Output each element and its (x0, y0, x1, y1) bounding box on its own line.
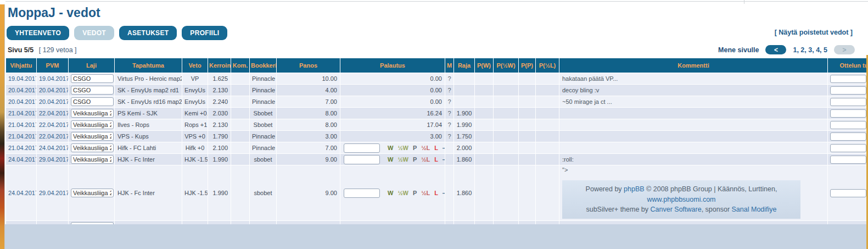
next-page-button[interactable]: > (834, 45, 855, 54)
col-header-p_half_l[interactable]: P(½L) (536, 58, 559, 73)
col-header-panos[interactable]: Panos (277, 58, 340, 73)
phpbb-link[interactable]: phpBB (624, 185, 645, 193)
laji-input[interactable] (71, 109, 114, 118)
col-header-bookkeri[interactable]: Bookkeri (250, 58, 276, 73)
col-header-veto[interactable]: Veto (182, 58, 208, 73)
result-link-1[interactable]: ½W (397, 156, 408, 163)
result-link-2[interactable]: P (413, 145, 417, 151)
cell-bookkeri: Sbobet (250, 108, 276, 119)
result-link-3[interactable]: ½L (421, 190, 430, 196)
result-link-0[interactable]: W (388, 190, 393, 196)
laji-input[interactable] (71, 97, 114, 106)
cell-palautus: 0.00 (340, 73, 445, 84)
col-header-palautus[interactable]: Palautus (340, 58, 445, 73)
cell-vihjattu: 21.04.2017 (6, 108, 36, 119)
laji-input[interactable] (71, 120, 114, 129)
top-vertical-divider (744, 0, 744, 4)
cell-p_half_l (536, 131, 559, 142)
col-header-kommentti[interactable]: Kommentti (559, 58, 827, 73)
col-header-p_half_w[interactable]: P(½W) (494, 58, 518, 73)
background-left-strip (0, 4, 4, 249)
cell-p_p (519, 96, 535, 107)
result-link-3[interactable]: ½L (421, 145, 430, 151)
tab-asetukset[interactable]: ASETUKSET (119, 26, 177, 40)
match-result-input[interactable] (830, 121, 866, 129)
comment-text: "> (562, 167, 825, 173)
result-link-2[interactable]: P (413, 156, 417, 163)
prev-page-button[interactable]: < (765, 45, 786, 54)
result-link-5[interactable]: — (443, 156, 445, 163)
cell-ottelun_tulos (828, 142, 868, 153)
cell-kom (231, 119, 249, 130)
col-header-laji[interactable]: Laji (69, 58, 114, 73)
result-link-5[interactable]: — (443, 190, 445, 196)
page-number-links[interactable]: 1, 2, 3, 4, 5 (793, 46, 827, 54)
phpbb-link[interactable]: www.phpbbsuomi.com (647, 196, 715, 203)
col-header-m[interactable]: M (445, 58, 453, 73)
cell-kerroin: 2.130 (208, 119, 231, 130)
result-link-5[interactable]: — (443, 145, 445, 151)
laji-input[interactable] (71, 74, 114, 83)
col-header-tapahtuma[interactable]: Tapahtuma (115, 58, 182, 73)
cell-p_half_w (494, 131, 518, 142)
laji-input[interactable] (71, 189, 114, 197)
result-link-4[interactable]: L (434, 190, 438, 196)
laji-input[interactable] (71, 86, 114, 95)
match-result-input[interactable] (830, 189, 866, 197)
laji-input[interactable] (71, 155, 114, 164)
cell-panos: 9.00 (277, 165, 340, 220)
tab-vedot[interactable]: VEDOT (74, 26, 114, 40)
table-row: 20.04.201720.04.2017SK - EnvyUs map2 rd1… (6, 85, 868, 96)
cell-pvm: 22.04.2017 (37, 108, 68, 119)
match-result-input[interactable] (830, 132, 866, 141)
cell-p_w (475, 131, 493, 142)
match-result-input[interactable] (830, 86, 866, 95)
match-result-input[interactable] (830, 109, 866, 118)
result-link-1[interactable]: ½W (397, 145, 408, 151)
result-link-3[interactable]: ½L (421, 156, 430, 163)
col-header-vihjattu[interactable]: Vihjattu (6, 58, 36, 73)
match-result-input[interactable] (830, 75, 866, 83)
cell-laji (69, 96, 114, 107)
cell-p_w (475, 165, 493, 220)
cell-kerroin: 2.100 (208, 142, 231, 153)
cell-p_p (519, 119, 535, 130)
cell-m: ? (445, 96, 453, 107)
palautus-input[interactable] (344, 143, 380, 153)
match-result-input[interactable] (830, 98, 866, 106)
cell-p_half_l (536, 142, 559, 153)
cell-p_half_l (536, 108, 559, 119)
col-header-ottelun_tulos[interactable]: Ottelun tu (828, 58, 868, 73)
result-link-4[interactable]: L (434, 156, 438, 163)
cell-pvm: 29.04.2017 (37, 165, 68, 220)
laji-input[interactable] (71, 132, 114, 141)
palautus-input[interactable] (344, 189, 380, 198)
match-result-input[interactable] (830, 144, 866, 152)
phpbb-link[interactable]: Sanal Modifiye (732, 206, 777, 213)
cell-kommentti: hakataan päätä VP... (559, 73, 827, 84)
result-link-0[interactable]: W (388, 156, 393, 163)
bets-table: VihjattuPVMLajiTapahtumaVetoKerroinKom.B… (5, 58, 868, 224)
cell-panos: 8.00 (277, 108, 340, 119)
cell-kom (231, 154, 249, 165)
tab-yhteenveto[interactable]: YHTEENVETO (7, 26, 69, 40)
result-link-1[interactable]: ½W (397, 190, 408, 196)
col-header-p_p[interactable]: P(P) (519, 58, 535, 73)
palautus-input[interactable] (344, 155, 380, 164)
result-link-4[interactable]: L (434, 145, 438, 151)
col-header-raja[interactable]: Raja (454, 58, 474, 73)
col-header-pvm[interactable]: PVM (37, 58, 68, 73)
col-header-kom[interactable]: Kom. (231, 58, 249, 73)
result-link-2[interactable]: P (413, 190, 417, 196)
cell-raja: 1.990 (454, 119, 474, 130)
show-deleted-bets-link[interactable]: [ Näytä poistetut vedot ] (775, 29, 853, 36)
cell-veto: Rops +1 (182, 119, 208, 130)
match-result-input[interactable] (830, 156, 866, 164)
col-header-p_w[interactable]: P(W) (475, 58, 493, 73)
tab-profiili[interactable]: PROFIILI (182, 26, 227, 40)
phpbb-link[interactable]: Canver Software (651, 206, 702, 213)
result-link-0[interactable]: W (388, 145, 393, 151)
laji-input[interactable] (71, 143, 114, 152)
bet-count: [ 129 vetoa ] (39, 46, 77, 54)
col-header-kerroin[interactable]: Kerroin (208, 58, 231, 73)
